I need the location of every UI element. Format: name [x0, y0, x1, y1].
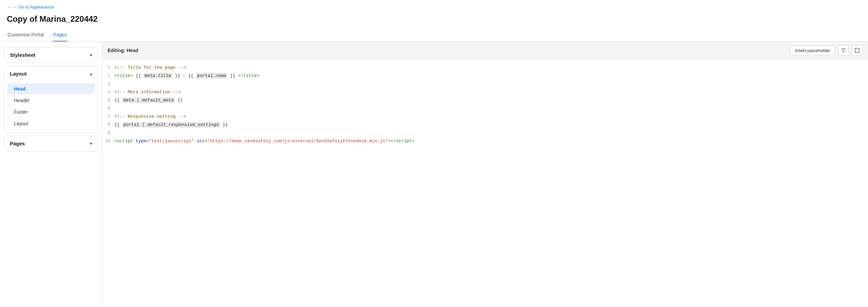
chevron-down-icon: ▾ — [90, 53, 92, 58]
sidebar-section-pages: Pages ▾ — [4, 135, 98, 151]
code-line-2: 2 <title> {{ meta.title }} : {{ portal.n… — [102, 72, 868, 80]
code-line-5: 5 {{ meta | default_meta }} — [102, 96, 868, 104]
sidebar-section-layout-title: Layout — [10, 71, 27, 77]
code-line-4: 4 <!-- Meta information --> — [102, 88, 868, 96]
back-arrow-icon: ← — [7, 4, 11, 10]
back-link-label: ← Go to Appearance — [13, 4, 54, 10]
sidebar-section-stylesheet-header[interactable]: Stylesheet ▾ — [4, 47, 97, 63]
top-bar: ← ← Go to Appearance — [0, 0, 868, 12]
filter-icon — [841, 48, 846, 53]
code-line-3: 3 — [102, 80, 868, 88]
expand-icon-button[interactable] — [852, 45, 863, 56]
filter-icon-button[interactable] — [838, 45, 849, 56]
tab-pages[interactable]: Pages — [53, 29, 68, 42]
code-line-8: 8 {{ portal | default_responsive_setting… — [102, 121, 868, 129]
chevron-down-icon-pages: ▾ — [90, 141, 92, 146]
page-title: Copy of Marina_220442 — [0, 12, 868, 29]
sidebar-item-footer[interactable]: Footer — [7, 107, 95, 117]
sidebar-item-header[interactable]: Header — [7, 95, 95, 106]
sidebar: Stylesheet ▾ Layout ▴ Head Header Footer — [0, 42, 102, 304]
code-line-10: 10 <script type="text/javascript" src="h… — [102, 137, 868, 145]
expand-icon — [854, 48, 860, 53]
code-line-7: 7 <!-- Responsive setting --> — [102, 113, 868, 121]
sidebar-item-head[interactable]: Head — [7, 83, 95, 94]
sidebar-section-layout-body: Head Header Footer Layout — [4, 81, 97, 132]
editing-label: Editing: Head — [108, 48, 138, 53]
code-editor[interactable]: 1 <!-- Title for the page --> 2 <title> … — [102, 60, 868, 304]
code-line-6: 6 — [102, 104, 868, 113]
code-line-9: 9 — [102, 129, 868, 137]
tab-customise-portal[interactable]: Customise Portal — [7, 29, 45, 42]
sidebar-section-layout: Layout ▴ Head Header Footer Layout — [4, 66, 98, 133]
editor-area: Editing: Head Insert placeholder — [102, 42, 868, 304]
toolbar-actions: Insert placeholder — [790, 45, 863, 56]
sidebar-section-stylesheet-title: Stylesheet — [10, 52, 35, 58]
main-content: Stylesheet ▾ Layout ▴ Head Header Footer — [0, 42, 868, 304]
code-line-1: 1 <!-- Title for the page --> — [102, 64, 868, 72]
sidebar-section-layout-header[interactable]: Layout ▴ — [4, 66, 97, 81]
back-link[interactable]: ← ← Go to Appearance — [7, 4, 54, 10]
sidebar-section-pages-title: Pages — [10, 141, 25, 146]
sidebar-section-stylesheet: Stylesheet ▾ — [4, 47, 98, 63]
insert-placeholder-button[interactable]: Insert placeholder — [790, 46, 835, 55]
tabs-bar: Customise Portal Pages — [0, 29, 868, 42]
sidebar-section-pages-header[interactable]: Pages ▾ — [4, 136, 97, 151]
sidebar-item-layout[interactable]: Layout — [7, 118, 95, 129]
editor-toolbar: Editing: Head Insert placeholder — [102, 42, 868, 60]
chevron-up-icon: ▴ — [90, 71, 92, 76]
